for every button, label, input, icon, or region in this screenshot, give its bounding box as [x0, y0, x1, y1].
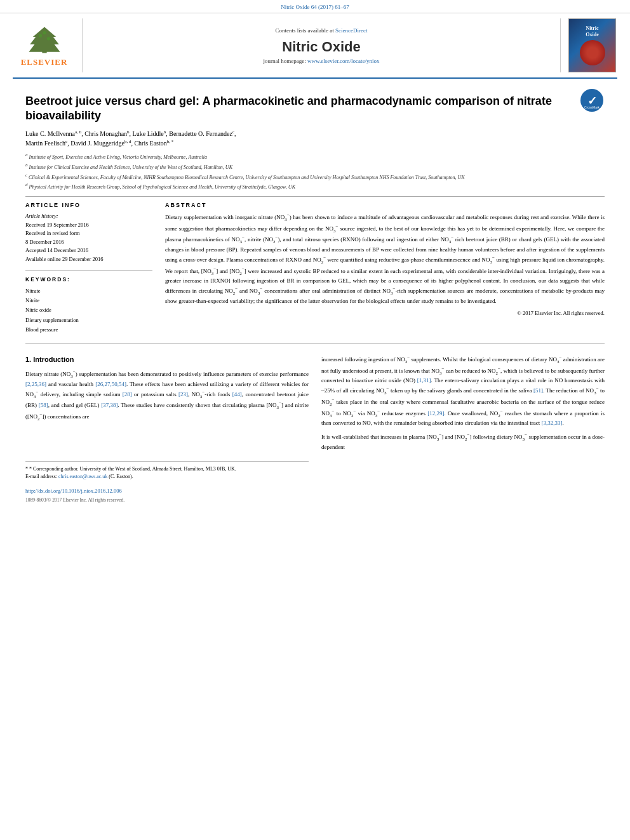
- journal-homepage-line: journal homepage: www.elsevier.com/locat…: [264, 58, 380, 64]
- body-two-col: 1. Introduction Dietary nitrate (NO3−) s…: [25, 354, 605, 504]
- affil-b: b Institute for Clinical Exercise and He…: [25, 162, 605, 171]
- journal-name: Nitric Oxide: [282, 39, 360, 55]
- sup-muggeridge: b, d: [124, 139, 131, 144]
- sup-liddle: b: [164, 130, 166, 135]
- body-col-left: 1. Introduction Dietary nitrate (NO3−) s…: [25, 354, 309, 504]
- elsevier-logo-area: ELSEVIER: [13, 18, 83, 72]
- ref-28[interactable]: [28]: [123, 391, 132, 397]
- journal-header: ELSEVIER Contents lists available at Sci…: [13, 13, 617, 79]
- footnote-area: * * Corresponding author. University of …: [25, 461, 309, 481]
- keyword-5: Blood pressure: [25, 325, 152, 335]
- keyword-1: Nitrate: [25, 286, 152, 296]
- sup-feelisch: c: [65, 139, 67, 144]
- svg-marker-1: [29, 27, 60, 51]
- keywords-heading: Keywords:: [25, 276, 152, 283]
- body-col-right: increased following ingestion of NO3− su…: [321, 354, 605, 504]
- sup-easton: b, *: [167, 139, 174, 144]
- author-easton: Chris Easton: [134, 140, 166, 147]
- journal-cover-area: Nitric Oxide: [560, 18, 617, 72]
- ref-3-32-33[interactable]: [3,32,33]: [541, 420, 562, 426]
- doi-link[interactable]: http://dx.doi.org/10.1016/j.niox.2016.12…: [25, 488, 122, 494]
- keywords-section: Keywords: Nitrate Nitrite Nitric oxide D…: [25, 270, 152, 335]
- available-date: Available online 29 December 2016: [25, 255, 152, 264]
- footnote-email[interactable]: chris.easton@uws.ac.uk: [58, 474, 107, 479]
- footnote-email-line: E-mail address: chris.easton@uws.ac.uk (…: [25, 473, 309, 481]
- divider-1: [25, 196, 605, 197]
- svg-text:CrossMark: CrossMark: [584, 105, 600, 109]
- author-liddle: Luke Liddle: [133, 130, 164, 137]
- received-date: Received 19 September 2016: [25, 221, 152, 230]
- ref-2-25-36[interactable]: [2,25,36]: [25, 381, 46, 387]
- affil-d: d Physical Activity for Health Research …: [25, 182, 605, 191]
- keyword-3: Nitric oxide: [25, 305, 152, 315]
- abstract-col: ABSTRACT Dietary supplementation with in…: [165, 202, 605, 335]
- copyright-line: © 2017 Elsevier Inc. All rights reserved…: [165, 310, 605, 316]
- body-content: 1. Introduction Dietary nitrate (NO3−) s…: [25, 354, 605, 504]
- main-content: Beetroot juice versus chard gel: A pharm…: [0, 79, 630, 511]
- affil-a: a Institute of Sport, Exercise and Activ…: [25, 152, 605, 161]
- sciencedirect-link[interactable]: ScienceDirect: [335, 27, 367, 34]
- journal-cover-image: Nitric Oxide: [568, 18, 616, 72]
- ref-51[interactable]: [51]: [533, 387, 543, 394]
- elsevier-tree-icon: [22, 24, 67, 56]
- divider-2: [25, 343, 605, 344]
- svg-point-2: [38, 34, 41, 37]
- keyword-4: Dietary supplementation: [25, 316, 152, 325]
- article-info-abstract-row: ARTICLE INFO Article history: Received 1…: [25, 202, 605, 335]
- affil-c: c Clinical & Experimental Sciences, Facu…: [25, 172, 605, 182]
- svg-point-4: [43, 30, 46, 34]
- license-line: 1089-8603/© 2017 Elsevier Inc. All right…: [25, 496, 309, 505]
- sup-mcilvenna: a, b: [75, 130, 81, 135]
- footnote-corresponding: * * Corresponding author. University of …: [25, 465, 309, 473]
- ref-37-38[interactable]: [37,38]: [101, 402, 117, 408]
- revised-label: Received in revised form: [25, 229, 152, 238]
- ref-26-27-50-54[interactable]: [26,27,50,54]: [95, 381, 126, 387]
- keyword-list: Nitrate Nitrite Nitric oxide Dietary sup…: [25, 286, 152, 335]
- journal-homepage-link[interactable]: www.elsevier.com/locate/yniox: [307, 58, 379, 64]
- journal-info-center: Contents lists available at ScienceDirec…: [83, 18, 560, 72]
- elsevier-label: ELSEVIER: [21, 57, 68, 67]
- article-history: Article history: Received 19 September 2…: [25, 212, 152, 264]
- ref-44[interactable]: [44]: [232, 391, 242, 397]
- keyword-2: Nitrite: [25, 296, 152, 305]
- ref-1-31[interactable]: [1,31]: [417, 377, 431, 383]
- author-monaghan: Chris Monaghan: [84, 130, 127, 137]
- cover-circle-decoration: [580, 40, 605, 65]
- intro-para-1: Dietary nitrate (NO3−) supplementation h…: [25, 369, 309, 423]
- author-mcilvenna: Luke C. McIlvenna: [25, 130, 75, 137]
- author-muggeridge: David J. Muggeridge: [70, 140, 124, 147]
- doi-area: http://dx.doi.org/10.1016/j.niox.2016.12…: [25, 487, 309, 496]
- abstract-heading: ABSTRACT: [165, 202, 605, 208]
- intro-para-3: It is well-established that increases in…: [321, 432, 605, 452]
- abstract-text: Dietary supplementation with inorganic n…: [165, 212, 605, 306]
- author-feelisch: Martin Feelisch: [25, 140, 65, 147]
- ref-12-29[interactable]: [12,29]: [427, 410, 444, 417]
- article-info-heading: ARTICLE INFO: [25, 202, 152, 208]
- crossmark-icon[interactable]: ✓ CrossMark: [579, 88, 605, 113]
- journal-citation: Nitric Oxide 64 (2017) 61–67: [0, 0, 630, 13]
- title-row: Beetroot juice versus chard gel: A pharm…: [25, 85, 605, 129]
- intro-heading: 1. Introduction: [25, 354, 309, 365]
- elsevier-logo: ELSEVIER: [21, 24, 68, 67]
- sup-fernandez: c: [232, 130, 234, 135]
- ref-58[interactable]: [58]: [39, 402, 48, 408]
- svg-point-3: [46, 37, 50, 40]
- authors-line: Luke C. McIlvennaa, b, Chris Monaghanb, …: [25, 129, 605, 149]
- article-info-col: ARTICLE INFO Article history: Received 1…: [25, 202, 152, 335]
- divider-keywords: [25, 270, 152, 271]
- author-fernandez: Bernadette O. Fernandez: [169, 130, 232, 137]
- asterisk-label: *: [25, 466, 28, 472]
- affiliations: a Institute of Sport, Exercise and Activ…: [25, 152, 605, 191]
- sciencedirect-line: Contents lists available at ScienceDirec…: [276, 27, 368, 34]
- history-label: Article history:: [25, 212, 152, 221]
- accepted-date: Accepted 14 December 2016: [25, 246, 152, 255]
- article-title: Beetroot juice versus chard gel: A pharm…: [25, 94, 573, 124]
- ref-23[interactable]: [23]: [178, 391, 188, 397]
- sup-monaghan: b: [127, 130, 130, 135]
- intro-para-2: increased following ingestion of NO3− su…: [321, 354, 605, 428]
- revised-date: 8 December 2016: [25, 238, 152, 247]
